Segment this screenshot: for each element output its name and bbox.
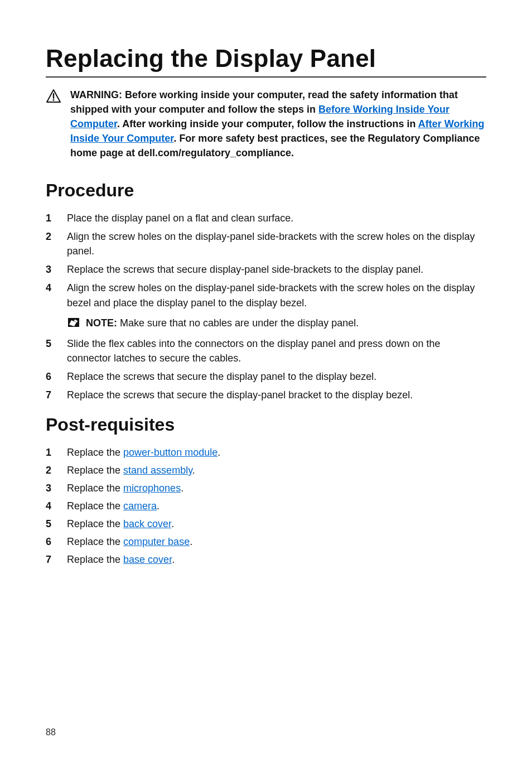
item-prefix: Replace the	[67, 554, 123, 565]
note-label: NOTE:	[86, 317, 117, 329]
item-number: 6	[46, 534, 57, 549]
item-number: 4	[46, 499, 57, 514]
post-requisite-item: 3 Replace the microphones.	[46, 481, 486, 496]
item-body: Replace the camera.	[67, 499, 159, 514]
procedure-step: 1 Place the display panel on a flat and …	[46, 211, 486, 225]
procedure-step: 4 Align the screw holes on the display-p…	[46, 281, 486, 332]
post-requisite-item: 2 Replace the stand assembly.	[46, 463, 486, 478]
step-number: 5	[46, 336, 57, 351]
step-number: 3	[46, 262, 57, 277]
procedure-step: 2 Align the screw holes on the display-p…	[46, 229, 486, 258]
link-microphones[interactable]: microphones	[123, 483, 181, 494]
step-number: 6	[46, 369, 57, 384]
item-prefix: Replace the	[67, 465, 123, 476]
link-computer-base[interactable]: computer base	[123, 536, 190, 547]
item-suffix: .	[217, 447, 220, 458]
document-page: Replacing the Display Panel WARNING: Bef…	[0, 0, 532, 762]
note-body: Make sure that no cables are under the d…	[117, 317, 359, 329]
link-stand-assembly[interactable]: stand assembly	[123, 465, 192, 476]
step-number: 1	[46, 211, 57, 225]
item-number: 1	[46, 445, 57, 460]
post-requisite-item: 4 Replace the camera.	[46, 499, 486, 514]
item-number: 2	[46, 463, 57, 478]
item-body: Replace the stand assembly.	[67, 463, 195, 478]
link-base-cover[interactable]: base cover	[123, 554, 172, 565]
item-suffix: .	[157, 500, 159, 512]
item-body: Replace the computer base.	[67, 534, 192, 549]
item-prefix: Replace the	[67, 518, 123, 529]
note-pencil-icon	[67, 316, 80, 332]
step-text: Slide the flex cables into the connector…	[67, 336, 486, 365]
page-title: Replacing the Display Panel	[46, 45, 486, 73]
item-suffix: .	[190, 536, 192, 547]
title-rule	[46, 76, 486, 78]
step-number: 4	[46, 281, 57, 295]
procedure-heading: Procedure	[46, 180, 486, 201]
link-power-button-module[interactable]: power-button module	[123, 447, 217, 458]
item-suffix: .	[171, 518, 174, 529]
link-back-cover[interactable]: back cover	[123, 518, 171, 529]
warning-triangle-icon	[46, 89, 61, 105]
post-requisite-item: 1 Replace the power-button module.	[46, 445, 486, 460]
item-body: Replace the back cover.	[67, 517, 174, 532]
page-number: 88	[46, 727, 56, 737]
note-text: NOTE: Make sure that no cables are under…	[86, 316, 359, 330]
procedure-list: 1 Place the display panel on a flat and …	[46, 211, 486, 402]
procedure-step: 7 Replace the screws that secure the dis…	[46, 388, 486, 402]
procedure-step: 5 Slide the flex cables into the connect…	[46, 336, 486, 365]
item-prefix: Replace the	[67, 536, 123, 547]
item-number: 7	[46, 552, 57, 567]
step-number: 2	[46, 229, 57, 244]
post-requisites-list: 1 Replace the power-button module. 2 Rep…	[46, 445, 486, 567]
link-camera[interactable]: camera	[123, 500, 157, 512]
post-requisite-item: 7 Replace the base cover.	[46, 552, 486, 567]
svg-point-2	[53, 99, 55, 100]
step-number: 7	[46, 388, 57, 402]
warning-block: WARNING: Before working inside your comp…	[46, 88, 486, 160]
step-text: Place the display panel on a flat and cl…	[67, 211, 486, 225]
warning-label: WARNING:	[70, 89, 122, 100]
item-prefix: Replace the	[67, 447, 123, 458]
item-prefix: Replace the	[67, 500, 123, 512]
step-text: Replace the screws that secure the displ…	[67, 388, 486, 402]
step-text: Replace the screws that secure the displ…	[67, 369, 486, 384]
post-requisite-item: 6 Replace the computer base.	[46, 534, 486, 549]
note-row: NOTE: Make sure that no cables are under…	[67, 316, 486, 332]
item-body: Replace the power-button module.	[67, 445, 220, 460]
item-suffix: .	[172, 554, 175, 565]
item-suffix: .	[181, 483, 183, 494]
post-requisite-item: 5 Replace the back cover.	[46, 517, 486, 532]
item-prefix: Replace the	[67, 483, 123, 494]
step-text: Align the screw holes on the display-pan…	[67, 229, 486, 258]
step-text: Align the screw holes on the display-pan…	[67, 282, 475, 308]
post-requisites-heading: Post-requisites	[46, 414, 486, 435]
item-number: 5	[46, 517, 57, 532]
item-body: Replace the base cover.	[67, 552, 175, 567]
procedure-step: 6 Replace the screws that secure the dis…	[46, 369, 486, 384]
procedure-step: 3 Replace the screws that secure display…	[46, 262, 486, 277]
item-suffix: .	[192, 465, 195, 476]
step-text: Replace the screws that secure display-p…	[67, 262, 486, 277]
item-number: 3	[46, 481, 57, 496]
step-text-with-note: Align the screw holes on the display-pan…	[67, 281, 486, 332]
warning-text: WARNING: Before working inside your comp…	[70, 88, 486, 160]
item-body: Replace the microphones.	[67, 481, 183, 496]
warning-part2: . After working inside your computer, fo…	[117, 118, 418, 129]
